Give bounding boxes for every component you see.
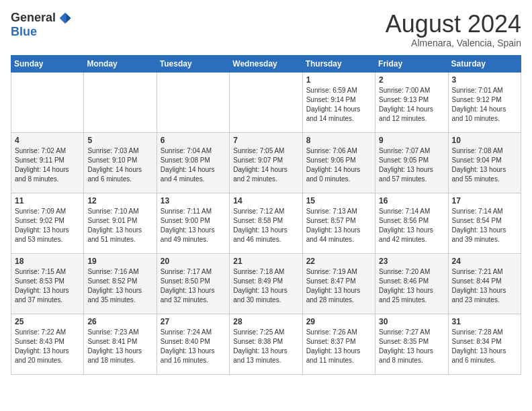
day-number: 23 <box>379 257 444 266</box>
day-info: Sunrise: 7:22 AMSunset: 8:43 PMDaylight:… <box>15 328 80 365</box>
svg-marker-1 <box>66 13 71 22</box>
calendar-header-tuesday: Tuesday <box>157 55 229 72</box>
calendar-cell: 1Sunrise: 6:59 AMSunset: 9:14 PMDaylight… <box>302 72 375 132</box>
day-info: Sunrise: 7:21 AMSunset: 8:44 PMDaylight:… <box>452 267 517 305</box>
day-number: 1 <box>306 75 371 85</box>
day-info: Sunrise: 7:14 AMSunset: 8:56 PMDaylight:… <box>379 207 444 244</box>
calendar-cell: 22Sunrise: 7:19 AMSunset: 8:47 PMDayligh… <box>302 253 375 314</box>
day-number: 18 <box>15 257 80 266</box>
day-number: 22 <box>306 257 371 266</box>
day-info: Sunrise: 7:01 AMSunset: 9:12 PMDaylight:… <box>452 86 517 124</box>
logo-general-text: General <box>11 11 56 25</box>
calendar-header-friday: Friday <box>375 55 448 72</box>
day-info: Sunrise: 7:11 AMSunset: 9:00 PMDaylight:… <box>161 207 226 244</box>
calendar-header-thursday: Thursday <box>302 55 375 72</box>
calendar-cell <box>157 72 229 132</box>
calendar-cell: 25Sunrise: 7:22 AMSunset: 8:43 PMDayligh… <box>11 314 84 374</box>
calendar-cell: 26Sunrise: 7:23 AMSunset: 8:41 PMDayligh… <box>84 314 157 374</box>
day-number: 24 <box>452 257 517 266</box>
day-number: 4 <box>15 136 80 145</box>
day-number: 20 <box>161 257 226 266</box>
month-year-title: August 2024 <box>386 11 521 38</box>
calendar-table: SundayMondayTuesdayWednesdayThursdayFrid… <box>11 55 521 375</box>
day-number: 10 <box>452 136 517 145</box>
day-info: Sunrise: 7:06 AMSunset: 9:06 PMDaylight:… <box>306 146 371 184</box>
day-number: 13 <box>161 196 226 205</box>
day-info: Sunrise: 7:05 AMSunset: 9:07 PMDaylight:… <box>233 146 298 184</box>
day-number: 3 <box>452 75 517 85</box>
day-number: 6 <box>161 136 226 145</box>
day-info: Sunrise: 7:16 AMSunset: 8:52 PMDaylight:… <box>87 267 152 305</box>
calendar-week-row: 18Sunrise: 7:15 AMSunset: 8:53 PMDayligh… <box>11 253 521 314</box>
day-number: 16 <box>379 196 444 205</box>
day-number: 30 <box>379 317 444 326</box>
calendar-cell: 21Sunrise: 7:18 AMSunset: 8:49 PMDayligh… <box>230 253 302 314</box>
day-info: Sunrise: 7:12 AMSunset: 8:58 PMDaylight:… <box>233 207 298 244</box>
calendar-cell: 6Sunrise: 7:04 AMSunset: 9:08 PMDaylight… <box>157 132 229 193</box>
day-info: Sunrise: 7:23 AMSunset: 8:41 PMDaylight:… <box>87 328 152 365</box>
calendar-cell: 30Sunrise: 7:27 AMSunset: 8:35 PMDayligh… <box>375 314 448 374</box>
calendar-cell: 15Sunrise: 7:13 AMSunset: 8:57 PMDayligh… <box>302 193 375 253</box>
calendar-cell <box>230 72 302 132</box>
day-number: 12 <box>87 196 152 205</box>
calendar-cell: 10Sunrise: 7:08 AMSunset: 9:04 PMDayligh… <box>448 132 521 193</box>
day-number: 25 <box>15 317 80 326</box>
day-info: Sunrise: 7:15 AMSunset: 8:53 PMDaylight:… <box>15 267 80 305</box>
day-info: Sunrise: 7:13 AMSunset: 8:57 PMDaylight:… <box>306 207 371 244</box>
day-number: 26 <box>87 317 152 326</box>
day-number: 31 <box>452 317 517 326</box>
day-number: 11 <box>15 196 80 205</box>
day-info: Sunrise: 7:04 AMSunset: 9:08 PMDaylight:… <box>161 146 226 184</box>
calendar-cell: 18Sunrise: 7:15 AMSunset: 8:53 PMDayligh… <box>11 253 84 314</box>
calendar-week-row: 25Sunrise: 7:22 AMSunset: 8:43 PMDayligh… <box>11 314 521 374</box>
day-info: Sunrise: 7:00 AMSunset: 9:13 PMDaylight:… <box>379 86 444 124</box>
day-number: 21 <box>233 257 298 266</box>
day-info: Sunrise: 7:07 AMSunset: 9:05 PMDaylight:… <box>379 146 444 184</box>
day-info: Sunrise: 7:03 AMSunset: 9:10 PMDaylight:… <box>87 146 152 184</box>
calendar-header-sunday: Sunday <box>11 55 84 72</box>
page-header: General Blue August 2024 Almenara, Valen… <box>11 11 521 48</box>
day-number: 5 <box>87 136 152 145</box>
calendar-cell: 7Sunrise: 7:05 AMSunset: 9:07 PMDaylight… <box>230 132 302 193</box>
day-info: Sunrise: 7:25 AMSunset: 8:38 PMDaylight:… <box>233 328 298 365</box>
calendar-cell: 4Sunrise: 7:02 AMSunset: 9:11 PMDaylight… <box>11 132 84 193</box>
day-info: Sunrise: 7:18 AMSunset: 8:49 PMDaylight:… <box>233 267 298 305</box>
calendar-header-saturday: Saturday <box>448 55 521 72</box>
day-number: 17 <box>452 196 517 205</box>
day-number: 14 <box>233 196 298 205</box>
calendar-cell: 20Sunrise: 7:17 AMSunset: 8:50 PMDayligh… <box>157 253 229 314</box>
day-info: Sunrise: 7:09 AMSunset: 9:02 PMDaylight:… <box>15 207 80 244</box>
day-info: Sunrise: 6:59 AMSunset: 9:14 PMDaylight:… <box>306 86 371 124</box>
calendar-cell <box>84 72 157 132</box>
calendar-cell: 12Sunrise: 7:10 AMSunset: 9:01 PMDayligh… <box>84 193 157 253</box>
calendar-cell: 27Sunrise: 7:24 AMSunset: 8:40 PMDayligh… <box>157 314 229 374</box>
day-info: Sunrise: 7:17 AMSunset: 8:50 PMDaylight:… <box>161 267 226 305</box>
calendar-cell: 16Sunrise: 7:14 AMSunset: 8:56 PMDayligh… <box>375 193 448 253</box>
calendar-header-monday: Monday <box>84 55 157 72</box>
day-number: 8 <box>306 136 371 145</box>
logo-icon <box>58 11 72 25</box>
calendar-cell: 11Sunrise: 7:09 AMSunset: 9:02 PMDayligh… <box>11 193 84 253</box>
day-number: 7 <box>233 136 298 145</box>
calendar-cell: 31Sunrise: 7:28 AMSunset: 8:34 PMDayligh… <box>448 314 521 374</box>
day-info: Sunrise: 7:14 AMSunset: 8:54 PMDaylight:… <box>452 207 517 244</box>
calendar-cell: 24Sunrise: 7:21 AMSunset: 8:44 PMDayligh… <box>448 253 521 314</box>
calendar-week-row: 11Sunrise: 7:09 AMSunset: 9:02 PMDayligh… <box>11 193 521 253</box>
title-block: August 2024 Almenara, Valencia, Spain <box>386 11 521 48</box>
day-info: Sunrise: 7:24 AMSunset: 8:40 PMDaylight:… <box>161 328 226 365</box>
calendar-cell: 29Sunrise: 7:26 AMSunset: 8:37 PMDayligh… <box>302 314 375 374</box>
day-info: Sunrise: 7:27 AMSunset: 8:35 PMDaylight:… <box>379 328 444 365</box>
day-number: 27 <box>161 317 226 326</box>
calendar-cell: 13Sunrise: 7:11 AMSunset: 9:00 PMDayligh… <box>157 193 229 253</box>
calendar-cell: 14Sunrise: 7:12 AMSunset: 8:58 PMDayligh… <box>230 193 302 253</box>
calendar-cell: 28Sunrise: 7:25 AMSunset: 8:38 PMDayligh… <box>230 314 302 374</box>
calendar-cell: 3Sunrise: 7:01 AMSunset: 9:12 PMDaylight… <box>448 72 521 132</box>
logo: General Blue <box>11 11 72 39</box>
day-number: 9 <box>379 136 444 145</box>
location-subtitle: Almenara, Valencia, Spain <box>386 38 521 48</box>
day-number: 28 <box>233 317 298 326</box>
day-info: Sunrise: 7:10 AMSunset: 9:01 PMDaylight:… <box>87 207 152 244</box>
calendar-cell: 19Sunrise: 7:16 AMSunset: 8:52 PMDayligh… <box>84 253 157 314</box>
calendar-cell: 8Sunrise: 7:06 AMSunset: 9:06 PMDaylight… <box>302 132 375 193</box>
calendar-cell: 17Sunrise: 7:14 AMSunset: 8:54 PMDayligh… <box>448 193 521 253</box>
